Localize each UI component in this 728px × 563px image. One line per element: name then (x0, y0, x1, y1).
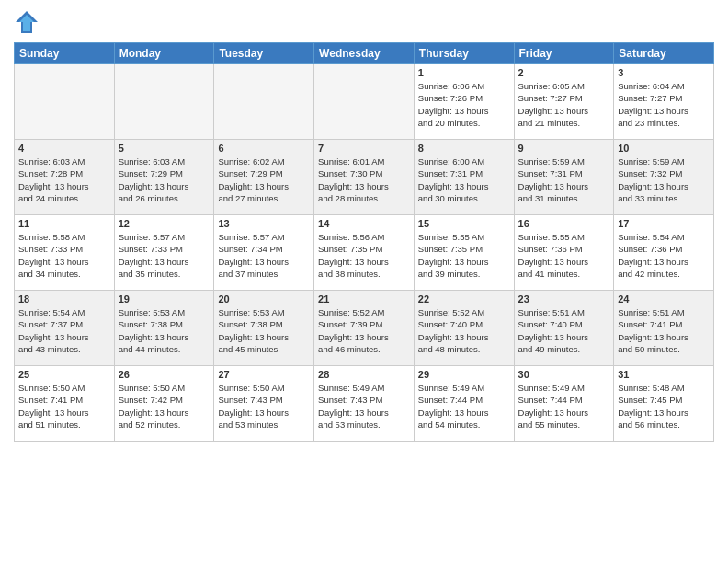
day-number: 27 (218, 369, 310, 380)
day-info: Sunrise: 6:03 AM Sunset: 7:28 PM Dayligh… (18, 155, 110, 204)
day-number: 18 (18, 293, 110, 304)
calendar-cell: 23Sunrise: 5:51 AM Sunset: 7:40 PM Dayli… (514, 291, 614, 366)
day-number: 1 (418, 67, 510, 78)
day-number: 10 (618, 143, 710, 154)
day-info: Sunrise: 5:55 AM Sunset: 7:35 PM Dayligh… (418, 231, 510, 280)
day-info: Sunrise: 5:59 AM Sunset: 7:31 PM Dayligh… (518, 155, 610, 204)
day-number: 29 (418, 369, 510, 380)
day-info: Sunrise: 5:53 AM Sunset: 7:38 PM Dayligh… (218, 306, 310, 355)
day-number: 14 (318, 218, 410, 229)
day-info: Sunrise: 5:50 AM Sunset: 7:43 PM Dayligh… (218, 382, 310, 431)
calendar-cell: 24Sunrise: 5:51 AM Sunset: 7:41 PM Dayli… (614, 291, 714, 366)
day-info: Sunrise: 6:03 AM Sunset: 7:29 PM Dayligh… (119, 155, 210, 204)
calendar-cell: 20Sunrise: 5:53 AM Sunset: 7:38 PM Dayli… (214, 291, 314, 366)
calendar-cell: 31Sunrise: 5:48 AM Sunset: 7:45 PM Dayli… (614, 366, 714, 442)
calendar-cell: 19Sunrise: 5:53 AM Sunset: 7:38 PM Dayli… (114, 291, 214, 366)
calendar-cell: 25Sunrise: 5:50 AM Sunset: 7:41 PM Dayli… (15, 366, 115, 442)
day-info: Sunrise: 5:54 AM Sunset: 7:36 PM Dayligh… (618, 231, 710, 280)
calendar-header-friday: Friday (514, 43, 614, 64)
day-info: Sunrise: 5:49 AM Sunset: 7:44 PM Dayligh… (418, 382, 510, 431)
calendar-cell: 26Sunrise: 5:50 AM Sunset: 7:42 PM Dayli… (114, 366, 214, 442)
day-number: 9 (518, 143, 610, 154)
day-info: Sunrise: 6:06 AM Sunset: 7:26 PM Dayligh… (418, 80, 510, 129)
calendar-cell: 28Sunrise: 5:49 AM Sunset: 7:43 PM Dayli… (314, 366, 415, 442)
day-info: Sunrise: 5:50 AM Sunset: 7:41 PM Dayligh… (18, 382, 110, 431)
day-number: 6 (218, 143, 310, 154)
logo (14, 9, 43, 35)
calendar-cell: 9Sunrise: 5:59 AM Sunset: 7:31 PM Daylig… (514, 140, 614, 215)
page: SundayMondayTuesdayWednesdayThursdayFrid… (0, 0, 728, 563)
calendar-cell: 11Sunrise: 5:58 AM Sunset: 7:33 PM Dayli… (15, 215, 115, 291)
day-number: 7 (318, 143, 410, 154)
calendar-cell: 21Sunrise: 5:52 AM Sunset: 7:39 PM Dayli… (314, 291, 415, 366)
day-info: Sunrise: 5:52 AM Sunset: 7:40 PM Dayligh… (418, 306, 510, 355)
calendar-header-tuesday: Tuesday (214, 43, 314, 64)
calendar-cell (214, 64, 314, 140)
day-info: Sunrise: 6:04 AM Sunset: 7:27 PM Dayligh… (618, 80, 710, 129)
calendar-week-row: 11Sunrise: 5:58 AM Sunset: 7:33 PM Dayli… (15, 215, 714, 291)
day-number: 2 (518, 67, 610, 78)
day-info: Sunrise: 5:54 AM Sunset: 7:37 PM Dayligh… (18, 306, 110, 355)
calendar-cell: 2Sunrise: 6:05 AM Sunset: 7:27 PM Daylig… (514, 64, 614, 140)
day-info: Sunrise: 6:00 AM Sunset: 7:31 PM Dayligh… (418, 155, 510, 204)
day-info: Sunrise: 5:50 AM Sunset: 7:42 PM Dayligh… (119, 382, 210, 431)
calendar-cell: 27Sunrise: 5:50 AM Sunset: 7:43 PM Dayli… (214, 366, 314, 442)
day-number: 17 (618, 218, 710, 229)
day-info: Sunrise: 5:51 AM Sunset: 7:41 PM Dayligh… (618, 306, 710, 355)
day-info: Sunrise: 5:57 AM Sunset: 7:33 PM Dayligh… (119, 231, 210, 280)
day-info: Sunrise: 5:58 AM Sunset: 7:33 PM Dayligh… (18, 231, 110, 280)
calendar-cell: 30Sunrise: 5:49 AM Sunset: 7:44 PM Dayli… (514, 366, 614, 442)
calendar-cell: 1Sunrise: 6:06 AM Sunset: 7:26 PM Daylig… (414, 64, 514, 140)
calendar-cell: 4Sunrise: 6:03 AM Sunset: 7:28 PM Daylig… (15, 140, 115, 215)
day-info: Sunrise: 5:49 AM Sunset: 7:44 PM Dayligh… (518, 382, 610, 431)
day-number: 19 (119, 293, 210, 304)
day-number: 28 (318, 369, 410, 380)
day-number: 26 (119, 369, 210, 380)
day-info: Sunrise: 6:01 AM Sunset: 7:30 PM Dayligh… (318, 155, 410, 204)
calendar-table: SundayMondayTuesdayWednesdayThursdayFrid… (14, 42, 714, 442)
calendar-cell (314, 64, 415, 140)
calendar-week-row: 4Sunrise: 6:03 AM Sunset: 7:28 PM Daylig… (15, 140, 714, 215)
day-number: 24 (618, 293, 710, 304)
day-info: Sunrise: 5:49 AM Sunset: 7:43 PM Dayligh… (318, 382, 410, 431)
calendar-cell: 14Sunrise: 5:56 AM Sunset: 7:35 PM Dayli… (314, 215, 415, 291)
calendar-header-monday: Monday (114, 43, 214, 64)
calendar-cell: 5Sunrise: 6:03 AM Sunset: 7:29 PM Daylig… (114, 140, 214, 215)
calendar-cell: 10Sunrise: 5:59 AM Sunset: 7:32 PM Dayli… (614, 140, 714, 215)
calendar-cell: 8Sunrise: 6:00 AM Sunset: 7:31 PM Daylig… (414, 140, 514, 215)
day-info: Sunrise: 5:59 AM Sunset: 7:32 PM Dayligh… (618, 155, 710, 204)
calendar-cell: 3Sunrise: 6:04 AM Sunset: 7:27 PM Daylig… (614, 64, 714, 140)
calendar-cell: 22Sunrise: 5:52 AM Sunset: 7:40 PM Dayli… (414, 291, 514, 366)
day-info: Sunrise: 5:55 AM Sunset: 7:36 PM Dayligh… (518, 231, 610, 280)
day-info: Sunrise: 5:57 AM Sunset: 7:34 PM Dayligh… (218, 231, 310, 280)
day-number: 31 (618, 369, 710, 380)
day-number: 22 (418, 293, 510, 304)
day-info: Sunrise: 5:53 AM Sunset: 7:38 PM Dayligh… (119, 306, 210, 355)
calendar-header-row: SundayMondayTuesdayWednesdayThursdayFrid… (15, 43, 714, 64)
calendar-cell: 7Sunrise: 6:01 AM Sunset: 7:30 PM Daylig… (314, 140, 415, 215)
logo-icon (14, 9, 40, 35)
day-number: 23 (518, 293, 610, 304)
day-number: 8 (418, 143, 510, 154)
day-number: 12 (119, 218, 210, 229)
calendar-header-sunday: Sunday (15, 43, 115, 64)
calendar-header-thursday: Thursday (414, 43, 514, 64)
calendar-header-saturday: Saturday (614, 43, 714, 64)
calendar-cell: 18Sunrise: 5:54 AM Sunset: 7:37 PM Dayli… (15, 291, 115, 366)
day-number: 30 (518, 369, 610, 380)
day-info: Sunrise: 5:52 AM Sunset: 7:39 PM Dayligh… (318, 306, 410, 355)
calendar-header-wednesday: Wednesday (314, 43, 415, 64)
day-info: Sunrise: 6:02 AM Sunset: 7:29 PM Dayligh… (218, 155, 310, 204)
calendar-cell: 15Sunrise: 5:55 AM Sunset: 7:35 PM Dayli… (414, 215, 514, 291)
day-info: Sunrise: 5:56 AM Sunset: 7:35 PM Dayligh… (318, 231, 410, 280)
day-number: 4 (18, 143, 110, 154)
header (14, 9, 714, 35)
day-info: Sunrise: 6:05 AM Sunset: 7:27 PM Dayligh… (518, 80, 610, 129)
calendar-week-row: 18Sunrise: 5:54 AM Sunset: 7:37 PM Dayli… (15, 291, 714, 366)
day-number: 3 (618, 67, 710, 78)
day-info: Sunrise: 5:51 AM Sunset: 7:40 PM Dayligh… (518, 306, 610, 355)
calendar-cell: 6Sunrise: 6:02 AM Sunset: 7:29 PM Daylig… (214, 140, 314, 215)
calendar-cell: 12Sunrise: 5:57 AM Sunset: 7:33 PM Dayli… (114, 215, 214, 291)
calendar-cell: 13Sunrise: 5:57 AM Sunset: 7:34 PM Dayli… (214, 215, 314, 291)
calendar-cell: 17Sunrise: 5:54 AM Sunset: 7:36 PM Dayli… (614, 215, 714, 291)
